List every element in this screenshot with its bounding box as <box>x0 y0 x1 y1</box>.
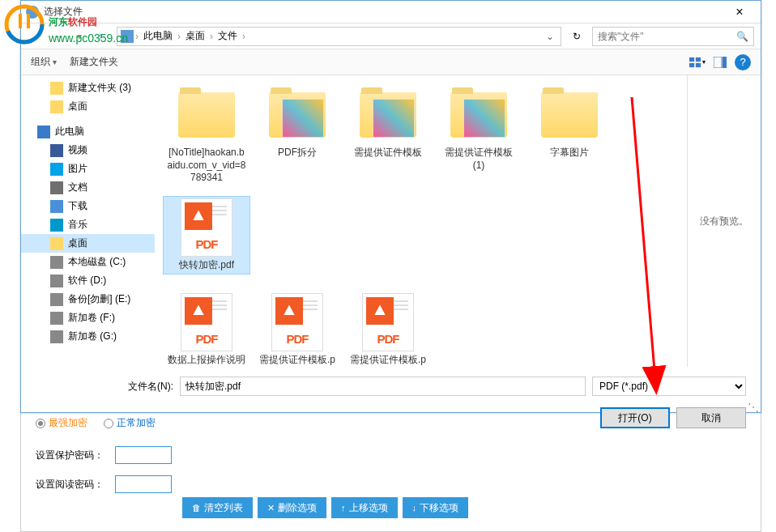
preview-pane-button[interactable] <box>712 54 728 70</box>
file-item[interactable]: PDF数据上报操作说明手册.pdf <box>163 291 250 367</box>
organize-menu[interactable]: 组织 <box>31 55 57 69</box>
tree-item[interactable]: 新建文件夹 (3) <box>21 79 155 97</box>
address-dropdown-icon[interactable]: ⌄ <box>543 31 557 42</box>
video-icon <box>50 144 63 157</box>
filename-input[interactable] <box>180 377 586 396</box>
tree-item-label: 视频 <box>68 143 87 157</box>
file-name-label: 需提供证件模板.pdf-2020-04-28-09-41-04-909.pdf <box>347 354 429 367</box>
dl-icon <box>50 200 63 213</box>
resize-grip-icon[interactable] <box>749 401 759 411</box>
doc-icon <box>50 181 63 194</box>
file-name-label: 需提供证件模板.pdf <box>257 354 338 367</box>
tree-item[interactable]: 备份[勿删] (E:) <box>21 290 155 309</box>
protect-password-label: 设置保护密码： <box>36 449 109 462</box>
nav-recent-dropdown[interactable]: ▾ <box>70 27 89 46</box>
music-icon <box>50 219 63 232</box>
tree-item[interactable]: 音乐 <box>21 215 155 234</box>
file-item[interactable]: PDF需提供证件模板.pdf <box>254 291 341 367</box>
app-icon <box>26 6 39 19</box>
folder-icon <box>174 87 239 143</box>
desktop-folder <box>50 237 63 250</box>
file-item[interactable]: PDF拆分 <box>254 83 341 188</box>
drive-icon <box>50 256 63 269</box>
tree-item-label: 新加卷 (F:) <box>68 311 115 325</box>
svg-rect-9 <box>723 57 727 68</box>
address-breadcrumb[interactable]: › 此电脑 › 桌面 › 文件 › ⌄ <box>117 27 561 46</box>
tree-item[interactable]: 图片 <box>21 160 155 178</box>
toolbar: 组织 新建文件夹 ▾ ? <box>21 49 761 75</box>
file-name-label: 需提供证件模板 (1) <box>438 147 519 172</box>
preview-panel: 没有预览。 <box>688 75 761 367</box>
move-down-button[interactable]: ↓下移选项 <box>403 497 469 518</box>
arrow-down-icon: ↓ <box>412 503 417 513</box>
delete-option-button[interactable]: ✕删除选项 <box>258 497 326 518</box>
tree-item-label: 下载 <box>68 199 87 213</box>
dialog-titlebar: 选择文件 × <box>21 1 761 23</box>
crumb-this-pc[interactable]: 此电脑 <box>140 29 176 43</box>
search-box[interactable]: 🔍 <box>592 27 754 46</box>
close-button[interactable]: × <box>723 1 756 23</box>
no-preview-text: 没有预览。 <box>700 215 748 228</box>
folder-icon <box>356 87 420 143</box>
nav-back-button[interactable]: ← <box>28 27 47 46</box>
tree-item[interactable]: 新加卷 (G:) <box>21 327 155 346</box>
tree-item[interactable]: 此电脑 <box>21 122 155 141</box>
file-list-area[interactable]: [NoTitle]haokan.baidu.com_v_vid=8789341P… <box>155 75 688 367</box>
cancel-button[interactable]: 取消 <box>676 407 746 428</box>
tree-item-label: 新加卷 (G:) <box>68 330 117 343</box>
file-name-label: [NoTitle]haokan.baidu.com_v_vid=8789341 <box>166 147 247 185</box>
tree-item[interactable]: 软件 (D:) <box>21 271 155 290</box>
dialog-bottom-bar: 文件名(N): PDF (*.pdf) 打开(O) 取消 <box>21 367 761 438</box>
tree-item-label: 桌面 <box>68 236 87 250</box>
pdf-file-icon: PDF <box>174 199 239 256</box>
new-folder-button[interactable]: 新建文件夹 <box>70 55 118 69</box>
view-mode-button[interactable]: ▾ <box>689 54 706 70</box>
folder-tree-sidebar[interactable]: 新建文件夹 (3)桌面此电脑视频图片文档下载音乐桌面本地磁盘 (C:)软件 (D… <box>21 75 155 367</box>
crumb-files[interactable]: 文件 <box>215 29 241 43</box>
tree-item[interactable]: 新加卷 (F:) <box>21 309 155 327</box>
folder-icon <box>50 82 63 95</box>
nav-forward-button[interactable]: → <box>49 27 68 46</box>
arrow-up-icon: ↑ <box>341 503 346 513</box>
drive-icon <box>50 275 63 287</box>
tree-item[interactable]: 本地磁盘 (C:) <box>21 253 155 271</box>
tree-item[interactable]: 桌面 <box>21 234 155 253</box>
tree-item[interactable]: 下载 <box>21 197 155 215</box>
file-item[interactable]: PDF需提供证件模板.pdf-2020-04-28-09-41-04-909.p… <box>344 291 432 367</box>
protect-password-input[interactable] <box>115 446 172 464</box>
folder-icon <box>537 87 602 143</box>
file-item[interactable]: [NoTitle]haokan.baidu.com_v_vid=8789341 <box>163 83 250 188</box>
tree-item[interactable]: 视频 <box>21 141 155 160</box>
file-item[interactable]: 需提供证件模板 <box>344 83 432 188</box>
file-item[interactable]: 字幕图片 <box>526 83 613 188</box>
read-password-input[interactable] <box>115 475 172 493</box>
file-name-label: PDF拆分 <box>278 147 317 160</box>
desktop-folder <box>50 100 63 113</box>
search-input[interactable] <box>598 31 736 42</box>
open-button[interactable]: 打开(O) <box>600 407 670 428</box>
search-icon: 🔍 <box>736 31 748 42</box>
file-name-label: 字幕图片 <box>550 147 589 160</box>
svg-rect-5 <box>696 57 701 61</box>
move-up-button[interactable]: ↑上移选项 <box>331 497 398 518</box>
drive-icon <box>50 330 63 343</box>
nav-up-button[interactable]: ↑ <box>91 27 110 46</box>
file-item[interactable]: PDF快转加密.pdf <box>163 196 250 275</box>
tree-item[interactable]: 桌面 <box>21 97 155 116</box>
tree-item-label: 备份[勿删] (E:) <box>68 292 130 306</box>
tree-item[interactable]: 文档 <box>21 178 155 197</box>
help-button[interactable]: ? <box>735 54 751 70</box>
file-type-filter[interactable]: PDF (*.pdf) <box>592 377 746 396</box>
dialog-title: 选择文件 <box>44 5 723 19</box>
close-icon: ✕ <box>267 503 275 513</box>
tree-item-label: 软件 (D:) <box>68 274 106 287</box>
svg-rect-4 <box>689 57 694 61</box>
tree-item-label: 本地磁盘 (C:) <box>68 255 126 269</box>
drive-icon <box>50 293 63 306</box>
crumb-desktop[interactable]: 桌面 <box>182 29 208 43</box>
clear-list-button[interactable]: 🗑清空列表 <box>182 497 253 518</box>
drive-icon <box>50 312 63 325</box>
file-name-label: 需提供证件模板 <box>354 147 422 160</box>
refresh-button[interactable]: ↻ <box>568 28 586 45</box>
file-item[interactable]: 需提供证件模板 (1) <box>435 83 522 188</box>
